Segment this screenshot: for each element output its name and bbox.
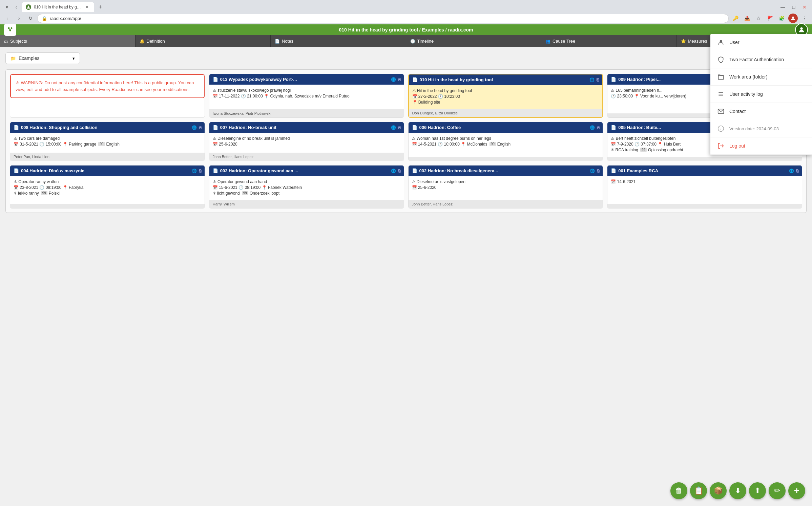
globe-icon[interactable]: 🌐 [391, 125, 396, 130]
menu-item-contact[interactable]: Contact [710, 103, 812, 120]
app-logo [4, 24, 16, 36]
card-004[interactable]: 📄 004 Hadrion: Dłoń w maszynie 🌐 ⎘ ⚠ Ope… [10, 165, 205, 208]
card-line: ✳ licht gewond 99 Onderzoek loopt [213, 191, 400, 196]
back-btn[interactable]: ‹ [3, 14, 12, 23]
bookmark-btn[interactable]: ☆ [754, 14, 763, 23]
folder-selector[interactable]: 📁 Examples ▾ [5, 52, 80, 64]
activity-log-label: User activity log [729, 91, 805, 97]
folder-icon: 📁 [11, 56, 16, 61]
two-factor-label: Two Factor Authentication [729, 57, 805, 62]
copy-icon[interactable]: ⎘ [398, 125, 400, 130]
card-line: 📅 17-11-2022 🕐 21:00:00 📍 Gdynia, nab. S… [213, 94, 400, 98]
extensions-btn[interactable]: 🔑 [731, 14, 740, 23]
card-010[interactable]: 📄 010 Hit in the head by grinding tool 🌐… [408, 74, 603, 118]
card-002-footer: John Better, Hans Lopez [409, 200, 603, 208]
tab-timeline[interactable]: 🕐 Timeline [406, 35, 542, 47]
card-line: 📍 Building site [412, 100, 599, 105]
card-003[interactable]: 📄 003 Hadrion: Operator gewond aan ... 🌐… [209, 165, 404, 208]
card-013-body: ⚠ stłuczenie stawu skokowego prawej nogi… [209, 85, 404, 109]
new-tab-btn[interactable]: + [96, 2, 105, 12]
card-008-title: 008 Hadrion: Shopping and collision [21, 125, 190, 130]
copy-icon[interactable]: ⎘ [199, 125, 201, 130]
app-title: 010 Hit in the head by grinding tool / E… [339, 27, 473, 32]
card-008[interactable]: 📄 008 Hadrion: Shopping and collision 🌐 … [10, 122, 205, 161]
menu-btn[interactable]: ⋮ [800, 14, 809, 23]
menu-item-user[interactable]: User [710, 34, 812, 51]
tab-cause-tree[interactable]: 👥 Cause Tree [541, 35, 677, 47]
profile-btn[interactable] [788, 14, 798, 23]
card-007[interactable]: 📄 007 Hadrion: No-break unit 🌐 ⎘ ⚠ Diese… [209, 122, 404, 161]
main-content: 📁 Examples ▾ ⚠ WARNING: Do not post any … [0, 47, 812, 218]
copy-icon[interactable]: ⎘ [398, 169, 400, 173]
globe-icon[interactable]: 🌐 [391, 169, 396, 173]
tab-list-btn[interactable]: ▾ [3, 3, 11, 11]
copy-icon[interactable]: ⎘ [199, 169, 201, 173]
timeline-icon: 🕐 [410, 39, 415, 44]
card-line: ⚠ Woman has 1st degree burns on her legs [412, 136, 600, 141]
puzzle-btn[interactable]: 🧩 [777, 14, 786, 23]
forward-btn[interactable]: › [14, 14, 24, 23]
copy-icon[interactable]: ⎘ [597, 169, 599, 173]
menu-item-activity-log[interactable]: User activity log [710, 86, 812, 103]
copy-icon[interactable]: ⎘ [398, 77, 400, 82]
card-013[interactable]: 📄 013 Wypadek podwykonawcy Port-... 🌐 ⎘ … [209, 74, 404, 118]
tab-title: 010 Hit in the head by grinding [34, 5, 81, 9]
card-line: 📅 31-5-2021 🕐 15:00:00 📍 Parking garage … [14, 142, 201, 147]
globe-icon[interactable]: 🌐 [590, 169, 595, 173]
reload-btn[interactable]: ↻ [26, 14, 35, 23]
address-bar[interactable]: 🔒 raadix.com/app/ [37, 14, 729, 23]
card-010-body: ⚠ Hit in the head by grinding tool 📅 27-… [409, 85, 603, 109]
warning-card: ⚠ WARNING: Do not post any confidential … [10, 74, 205, 118]
card-004-footer [10, 204, 205, 208]
card-line: ⚠ Dieselmotor is vastgelopen [412, 179, 600, 184]
maximize-btn[interactable]: □ [789, 2, 798, 12]
copy-icon[interactable]: ⎘ [597, 78, 599, 82]
card-001[interactable]: 📄 001 Examples RCA 🌐 ⎘ 📅 14-6-2021 [607, 165, 802, 208]
card-004-title: 004 Hadrion: Dłoń w maszynie [21, 168, 190, 173]
minimize-btn[interactable]: — [778, 2, 788, 12]
logout-icon [717, 142, 725, 150]
menu-item-two-factor[interactable]: Two Factor Authentication [710, 51, 812, 68]
card-010-title: 010 Hit in the head by grinding tool [420, 77, 588, 82]
measures-icon: ⭐ [681, 39, 686, 44]
flag-btn[interactable]: 🚩 [765, 14, 775, 23]
globe-icon[interactable]: 🌐 [589, 78, 595, 82]
card-006[interactable]: 📄 006 Hadrion: Coffee 🌐 ⎘ ⚠ Woman has 1s… [408, 122, 603, 161]
warning-text: ⚠ WARNING: Do not post any confidential … [10, 74, 205, 98]
card-004-header: 📄 004 Hadrion: Dłoń w maszynie 🌐 ⎘ [10, 166, 205, 176]
globe-icon[interactable]: 🌐 [391, 77, 396, 82]
card-010-footer: Don Dungee, Eliza Doolittle [409, 109, 603, 117]
notes-icon: 📄 [275, 39, 280, 44]
card-line: 📅 25-6-2020 [213, 142, 400, 147]
tab-close-btn[interactable]: ✕ [84, 4, 90, 10]
menu-item-work-area[interactable]: Work area (folder) [710, 68, 812, 86]
globe-icon[interactable]: 🌐 [789, 169, 794, 173]
card-013-footer: Iwona Stuczewska, Piotr Piotrowski [209, 109, 404, 117]
subjects-icon: 🗂 [4, 39, 8, 44]
svg-point-1 [792, 17, 794, 18]
card-007-title: 007 Hadrion: No-break unit [220, 125, 389, 130]
cast-btn[interactable]: 📤 [742, 14, 752, 23]
close-browser-btn[interactable]: ✕ [800, 2, 809, 12]
copy-icon[interactable]: ⎘ [597, 125, 599, 130]
card-006-title: 006 Hadrion: Coffee [419, 125, 588, 130]
card-006-body: ⚠ Woman has 1st degree burns on her legs… [409, 133, 603, 157]
address-bar-row: ‹ › ↻ 🔒 raadix.com/app/ 🔑 📤 ☆ 🚩 🧩 ⋮ [0, 12, 812, 24]
tab-definition[interactable]: 🔔 Definition [136, 35, 271, 47]
browser-icons: 🔑 📤 ☆ 🚩 🧩 ⋮ [731, 14, 809, 23]
card-002[interactable]: 📄 002 Hadrion: No-break dieselgenera... … [408, 165, 603, 208]
globe-icon[interactable]: 🌐 [590, 125, 595, 130]
copy-icon[interactable]: ⎘ [796, 169, 798, 173]
active-tab: 010 Hit in the head by grinding ✕ [22, 2, 94, 12]
tab-prev-btn[interactable]: ‹ [12, 3, 20, 11]
work-area-label: Work area (folder) [729, 74, 805, 80]
doc-icon: 📄 [412, 77, 418, 82]
tab-favicon [26, 4, 31, 10]
tab-notes[interactable]: 📄 Notes [271, 35, 406, 47]
globe-icon[interactable]: 🌐 [192, 125, 197, 130]
menu-item-logout[interactable]: Log out [710, 137, 812, 155]
tab-subjects[interactable]: 🗂 Subjects [0, 35, 136, 47]
globe-icon[interactable]: 🌐 [192, 169, 197, 173]
card-005-footer [607, 157, 802, 161]
card-line: ⚠ stłuczenie stawu skokowego prawej nogi [213, 88, 400, 93]
